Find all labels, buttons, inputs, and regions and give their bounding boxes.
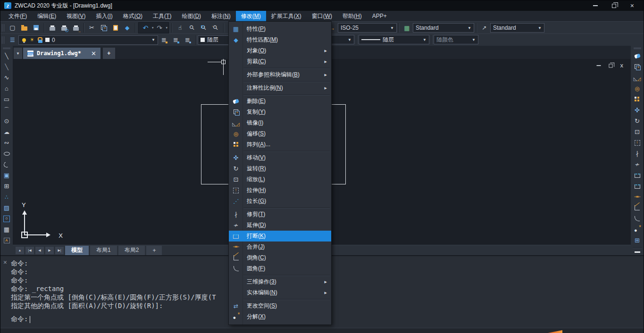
menu-help[interactable]: 帮助(H) (337, 11, 367, 21)
menu-item-lengthen[interactable]: 拉长(G) (229, 196, 331, 207)
menu-item-3d-operations[interactable]: 三维操作(3)▶ (229, 276, 331, 287)
menu-item-extend[interactable]: 延伸(D) (229, 220, 331, 231)
offset-button[interactable] (632, 83, 643, 94)
match-properties-button[interactable] (121, 23, 133, 33)
construction-line-button[interactable] (1, 61, 12, 72)
break-at-point-button[interactable] (632, 170, 643, 181)
ellipse-arc-button[interactable] (1, 159, 12, 170)
menu-item-stretch[interactable]: 拉伸(H) (229, 185, 331, 196)
polygon-button[interactable] (1, 83, 12, 94)
minimize-button[interactable] (593, 5, 598, 6)
layer-unlock-icon[interactable] (38, 40, 42, 43)
table-button[interactable] (1, 224, 12, 235)
menu-item-object[interactable]: 对象(O)▶ (229, 45, 331, 56)
array-button[interactable] (632, 94, 643, 105)
menu-item-move[interactable]: 移动(V) (229, 152, 331, 163)
mleaderstyle-combo[interactable]: Standard ▼ (490, 23, 544, 33)
menu-item-array[interactable]: 阵列(A)... (229, 139, 331, 150)
menu-item-match-properties[interactable]: 特性匹配(M) (229, 34, 331, 45)
chevron-down-icon[interactable]: ▼ (390, 26, 394, 30)
tab-layout1[interactable]: 布局1 (90, 246, 117, 255)
arc-button[interactable] (1, 105, 12, 116)
hatch-button[interactable] (1, 202, 12, 213)
menu-item-clip[interactable]: 剪裁(C)▶ (229, 56, 331, 67)
pan-button[interactable] (174, 23, 186, 33)
make-block-button[interactable] (1, 181, 12, 191)
rotate-button[interactable] (632, 116, 643, 126)
doc-close-button[interactable]: x (620, 63, 624, 68)
menu-app-plus[interactable]: APP+ (367, 11, 392, 21)
redo-dropdown[interactable]: ▾ (166, 26, 168, 30)
region-button[interactable] (1, 213, 12, 224)
chevron-down-icon[interactable]: ▼ (538, 26, 542, 30)
chevron-down-icon[interactable]: ▼ (423, 38, 427, 42)
menu-tools[interactable]: 工具(T) (148, 11, 176, 21)
join-button[interactable] (632, 191, 643, 202)
close-command-icon[interactable]: ✕ (3, 258, 7, 266)
lineweight-combo[interactable]: 随层 ▼ (359, 35, 429, 44)
plot-button[interactable] (70, 23, 82, 33)
undo-button[interactable] (140, 23, 151, 33)
tablestyle-button[interactable] (401, 23, 413, 33)
open-button[interactable] (18, 23, 30, 33)
rectangle-button[interactable] (1, 94, 12, 105)
tab-model[interactable]: 模型 (65, 246, 89, 255)
stretch-button[interactable] (632, 137, 643, 148)
layer-previous-button[interactable] (170, 35, 182, 45)
revision-cloud-button[interactable] (1, 126, 12, 137)
dimstyle-combo[interactable]: ISO-25 ▼ (338, 23, 397, 33)
menu-dimension[interactable]: 标注(N) (206, 11, 236, 21)
layer-color-swatch[interactable] (45, 38, 50, 42)
layer-on-bulb-icon[interactable] (22, 38, 26, 42)
circle-button[interactable] (1, 116, 12, 126)
zoom-previous-button[interactable] (209, 23, 221, 33)
paste-button[interactable] (109, 23, 121, 33)
command-input[interactable]: 命令: (11, 315, 30, 324)
redo-button[interactable] (154, 23, 166, 33)
layer-combo[interactable]: 0 ▼ (18, 35, 158, 45)
ellipse-button[interactable] (1, 148, 12, 159)
first-tab-button[interactable]: |◀ (25, 247, 34, 254)
save-button[interactable] (30, 23, 42, 33)
print-preview-button[interactable] (58, 23, 70, 33)
doc-restore-button[interactable] (609, 64, 612, 67)
toolbar-grip[interactable] (2, 24, 4, 32)
new-tab-button[interactable]: + (103, 48, 115, 59)
document-tab-drawing1[interactable]: Drawing1.dwg* ✕ (23, 48, 100, 59)
add-layout-button[interactable]: + (146, 246, 162, 255)
line-button[interactable] (1, 50, 12, 61)
menu-insert[interactable]: 插入(I) (91, 11, 117, 21)
tab-layout2[interactable]: 布局2 (118, 246, 145, 255)
menu-item-copy[interactable]: 复制(Y) (229, 107, 331, 117)
tab-list-dropdown[interactable]: ▼ (14, 48, 22, 59)
mirror-button[interactable] (632, 72, 643, 83)
chevron-down-icon[interactable]: ▼ (348, 38, 351, 42)
menu-express[interactable]: 扩展工具(X) (266, 11, 307, 21)
tablestyle-combo[interactable]: Standard ▼ (413, 23, 474, 33)
copy-button[interactable] (632, 61, 643, 72)
print-button[interactable] (46, 23, 58, 33)
zoom-window-button[interactable] (198, 23, 209, 33)
close-button[interactable]: × (630, 3, 634, 8)
menu-item-erase[interactable]: 删除(E) (229, 96, 331, 107)
menu-view[interactable]: 视图(V) (61, 11, 91, 21)
menu-item-mirror[interactable]: 镜像(I) (229, 117, 331, 128)
menu-item-change-space[interactable]: 更改空间(S) (229, 300, 331, 311)
menu-window[interactable]: 窗口(W) (307, 11, 337, 21)
menu-item-explode[interactable]: 分解(X) (229, 311, 331, 322)
mtext-button[interactable] (1, 235, 12, 246)
cut-button[interactable] (86, 23, 98, 33)
chevron-down-icon[interactable]: ▼ (151, 38, 155, 42)
polyline-button[interactable] (1, 72, 12, 83)
menu-modify[interactable]: 修改(M) (236, 11, 266, 21)
move-button[interactable] (632, 105, 643, 116)
block-editor-button[interactable] (632, 235, 643, 246)
menu-file[interactable]: 文件(F) (3, 11, 32, 21)
prev-tab-button[interactable]: ◀ (35, 247, 44, 254)
break-button[interactable] (632, 181, 643, 191)
fillet-button[interactable] (632, 213, 643, 224)
menu-item-fillet[interactable]: 圆角(F) (229, 263, 331, 274)
toolbar-grip[interactable] (2, 36, 4, 44)
menu-item-join[interactable]: 合并(J) (229, 241, 331, 252)
menu-item-scale[interactable]: 缩放(L) (229, 174, 331, 185)
